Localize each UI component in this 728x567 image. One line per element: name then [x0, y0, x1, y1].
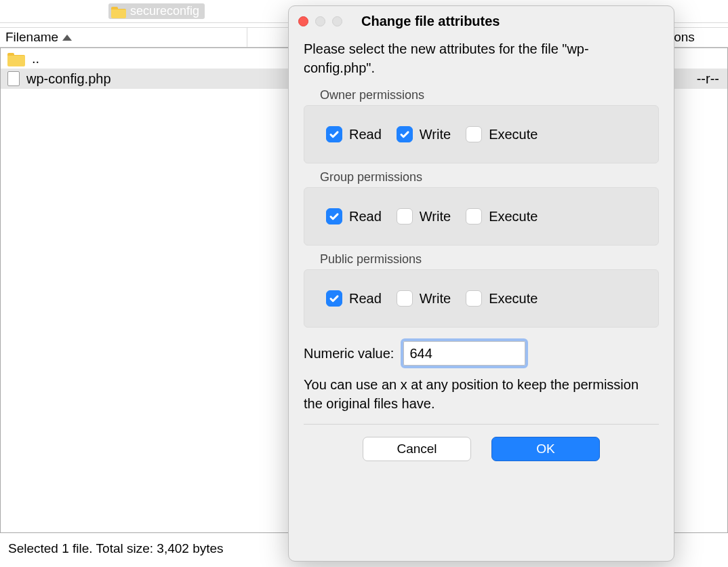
dialog-buttons: Cancel OK [304, 437, 659, 461]
checkbox-label: Read [349, 209, 382, 224]
checkbox-label: Write [420, 291, 451, 307]
path-label: secureconfig [130, 4, 199, 18]
numeric-value-input[interactable] [403, 341, 525, 366]
numeric-value-row: Numeric value: [304, 341, 659, 366]
column-filename-label: Filename [5, 30, 58, 45]
change-attributes-dialog: Change file attributes Please select the… [288, 5, 674, 562]
group-write-checkbox[interactable]: Write [397, 208, 451, 224]
folder-icon [111, 5, 126, 18]
window-zoom-icon [332, 16, 342, 26]
button-label: OK [536, 442, 554, 456]
window-close-icon[interactable] [298, 16, 308, 26]
status-text: Selected 1 file. Total size: 3,402 bytes [8, 541, 224, 556]
path-segment[interactable]: secureconfig [108, 3, 205, 19]
owner-group-label: Owner permissions [320, 88, 659, 102]
column-filename[interactable]: Filename [0, 28, 247, 47]
public-permissions: Read Write Execute [304, 269, 659, 328]
owner-permissions: Read Write Execute [304, 105, 659, 163]
button-label: Cancel [397, 442, 437, 456]
public-write-checkbox[interactable]: Write [397, 290, 451, 307]
checkbox-label: Read [349, 127, 382, 142]
owner-execute-checkbox[interactable]: Execute [466, 126, 538, 142]
divider [304, 424, 659, 425]
hint-text: You can use an x at any position to keep… [304, 375, 659, 413]
dialog-body: Please select the new attributes for the… [289, 37, 674, 561]
dialog-titlebar: Change file attributes [289, 6, 674, 37]
row-filename: .. [32, 51, 39, 66]
sort-ascending-icon [62, 35, 72, 41]
group-permissions: Read Write Execute [304, 187, 659, 246]
group-read-checkbox[interactable]: Read [326, 208, 382, 224]
public-read-checkbox[interactable]: Read [326, 290, 382, 307]
checkbox-label: Execute [489, 127, 538, 142]
owner-read-checkbox[interactable]: Read [326, 126, 382, 142]
checkbox-label: Write [420, 209, 451, 224]
checkbox-label: Execute [489, 291, 538, 307]
group-execute-checkbox[interactable]: Execute [466, 208, 538, 224]
checkbox-label: Read [349, 291, 382, 307]
checkbox-label: Write [420, 127, 451, 142]
folder-icon [7, 52, 25, 65]
public-group-label: Public permissions [320, 252, 659, 267]
file-icon [7, 71, 20, 86]
group-group-label: Group permissions [320, 170, 659, 184]
dialog-title: Change file attributes [361, 14, 500, 29]
window-minimize-icon [315, 16, 325, 26]
checkbox-label: Execute [489, 209, 538, 224]
ok-button[interactable]: OK [491, 437, 600, 461]
row-filename: wp-config.php [26, 71, 111, 87]
public-execute-checkbox[interactable]: Execute [466, 290, 538, 307]
owner-write-checkbox[interactable]: Write [397, 126, 451, 142]
row-permissions: --r-- [697, 71, 719, 87]
numeric-value-label: Numeric value: [304, 346, 394, 361]
cancel-button[interactable]: Cancel [363, 437, 471, 461]
dialog-instruction: Please select the new attributes for the… [304, 39, 659, 77]
